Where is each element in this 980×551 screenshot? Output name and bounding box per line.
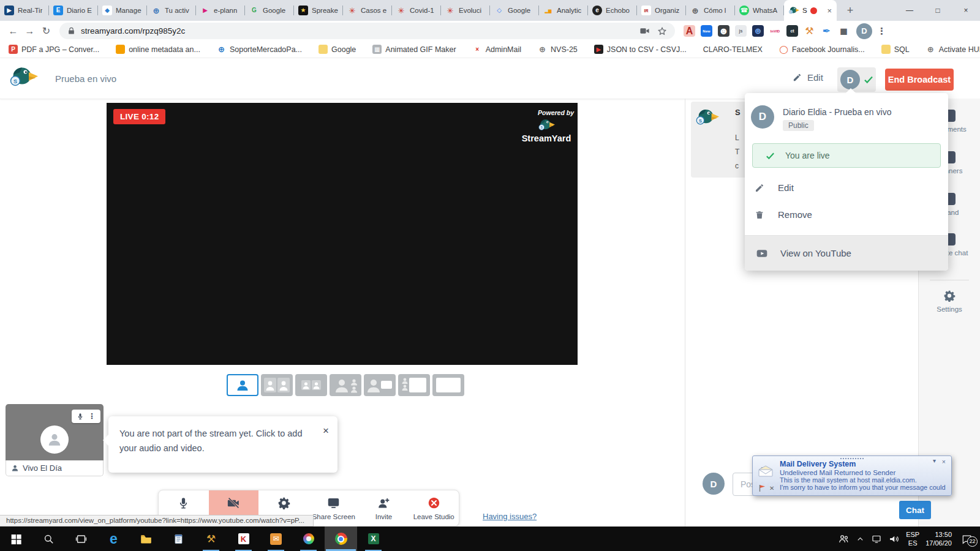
browser-tab[interactable]: ◆Manage xyxy=(98,0,147,21)
close-button[interactable]: × xyxy=(952,0,980,21)
layout-speaker-side-button[interactable] xyxy=(330,374,361,396)
participant-menu-icon[interactable]: ⋮ xyxy=(88,412,96,421)
clock[interactable]: 13:50 17/06/20 xyxy=(925,530,952,548)
bookmark-item[interactable]: SQL xyxy=(881,45,910,54)
leave-studio-button[interactable]: Leave Studio xyxy=(409,490,459,526)
people-icon[interactable] xyxy=(838,533,850,545)
browser-tab[interactable]: ✳Evoluci xyxy=(441,0,490,21)
browser-tab[interactable]: ✳Covid-1 xyxy=(392,0,441,21)
taskbar-k-editor-icon[interactable]: K xyxy=(227,527,260,551)
mail-sender[interactable]: Mail Delivery System xyxy=(780,460,856,468)
taskbar-search-icon[interactable] xyxy=(32,527,65,551)
network-icon[interactable] xyxy=(871,533,882,544)
taskbar-file-explorer-icon[interactable] xyxy=(130,527,162,551)
taskbar-excel-icon[interactable]: X xyxy=(357,527,390,551)
layout-two-small-button[interactable] xyxy=(295,374,327,396)
taskbar-task-view-icon[interactable] xyxy=(65,527,97,551)
volume-icon[interactable] xyxy=(888,533,900,545)
bookmark-star-icon[interactable] xyxy=(657,26,667,36)
browser-tab[interactable]: ▶Real-Tir xyxy=(0,0,49,21)
invite-button[interactable]: Invite xyxy=(359,490,409,526)
browser-tab[interactable]: GGoogle xyxy=(245,0,294,21)
taskbar-notepad-icon[interactable] xyxy=(162,527,195,551)
maximize-button[interactable]: □ xyxy=(924,0,952,21)
bookmark-item[interactable]: ×AdminMail xyxy=(473,45,521,54)
reload-button[interactable]: ↻ xyxy=(38,25,55,37)
browser-tab[interactable]: ★Spreake xyxy=(294,0,343,21)
bookmark-item[interactable]: ▦Animated GIF Maker xyxy=(372,45,456,54)
delete-icon[interactable]: ✕ xyxy=(769,485,774,492)
browser-tab[interactable]: ✳Casos e xyxy=(343,0,392,21)
options-chevron-icon[interactable]: ▾ xyxy=(933,457,936,464)
profile-avatar[interactable]: D xyxy=(856,23,872,39)
bookmark-item[interactable]: ⊕NVS-25 xyxy=(538,45,578,54)
end-broadcast-button[interactable]: End Broadcast xyxy=(885,69,954,91)
browser-tab[interactable]: eEchobo xyxy=(588,0,637,21)
adobe-pdf-extension-icon[interactable]: A xyxy=(684,25,695,37)
forward-button[interactable]: → xyxy=(21,26,38,37)
tab-close-icon[interactable]: × xyxy=(827,6,832,15)
participant-video-thumbnail[interactable]: ⋮ xyxy=(6,404,104,460)
crosshair-extension-icon[interactable]: ⊕ xyxy=(752,25,764,37)
minimize-button[interactable]: — xyxy=(895,0,924,21)
tray-expand-chevron-icon[interactable] xyxy=(856,534,865,544)
browser-tab[interactable]: ◇Google xyxy=(490,0,539,21)
tooltip-close-icon[interactable]: × xyxy=(323,422,329,440)
back-button[interactable]: ← xyxy=(5,26,21,37)
browser-tab[interactable]: ▶e-plann xyxy=(196,0,245,21)
ct-extension-icon[interactable]: ct xyxy=(786,25,798,37)
bookmark-item[interactable]: Google xyxy=(318,45,356,54)
feather-extension-icon[interactable]: ✒ xyxy=(821,25,832,37)
browser-tab[interactable]: ⊕Tu activ xyxy=(147,0,196,21)
bookmark-item[interactable]: CLARO-TELMEX xyxy=(703,45,763,54)
browser-menu-icon[interactable]: ⋮ xyxy=(877,26,886,37)
taskbar-start-icon[interactable] xyxy=(0,527,32,551)
bookmark-item[interactable]: online metadata an... xyxy=(116,45,200,54)
taskbar-outlook-icon[interactable]: ✉ xyxy=(260,527,292,551)
share-screen-button[interactable]: Share Screen xyxy=(309,490,359,526)
taskbar-edge-icon[interactable]: e xyxy=(97,527,130,551)
new-tab-button[interactable]: + xyxy=(842,2,859,19)
chat-send-button[interactable]: Chat xyxy=(899,501,931,519)
dropdown-remove-item[interactable]: Remove xyxy=(755,209,812,220)
bookmark-item[interactable]: ◯Facebook Journalis... xyxy=(779,45,865,54)
edit-broadcast-button[interactable]: Edit xyxy=(793,72,823,83)
language-indicator[interactable]: ESP ES xyxy=(906,530,919,548)
puzzle-extension-icon[interactable]: ◼ xyxy=(838,25,850,37)
layout-speaker-pip-button[interactable] xyxy=(364,374,396,396)
having-issues-link[interactable]: Having issues? xyxy=(483,512,537,521)
browser-tab[interactable]: EDiario E xyxy=(49,0,98,21)
layout-two-up-button[interactable] xyxy=(261,374,293,396)
dropdown-edit-item[interactable]: Edit xyxy=(755,182,794,193)
browser-tab[interactable]: ⊕Cómo l xyxy=(686,0,735,21)
js-tool-extension-icon[interactable]: js xyxy=(735,25,747,37)
new-badge-extension-icon[interactable]: New xyxy=(701,25,712,37)
bookmark-item[interactable]: ▶JSON to CSV - CSVJ... xyxy=(594,45,687,54)
destination-status-button[interactable]: D xyxy=(837,67,876,92)
omnibox[interactable]: streamyard.com/rpzq985y2c xyxy=(59,23,675,39)
browser-tab[interactable]: ▂▆Analytic xyxy=(539,0,588,21)
layout-full-button[interactable] xyxy=(432,374,464,396)
taskbar-chrome-icon[interactable] xyxy=(325,527,357,551)
drag-handle[interactable] xyxy=(840,458,864,459)
browser-tab[interactable]: IROrganiz xyxy=(637,0,686,21)
taskbar-paint-icon[interactable] xyxy=(292,527,325,551)
layout-solo-button[interactable] xyxy=(227,374,258,396)
layout-strip-left-button[interactable] xyxy=(398,374,430,396)
bookmark-item[interactable]: ⊕SoporteMercadoPa... xyxy=(217,45,302,54)
mail-notification-popup[interactable]: Mail Delivery System Undelivered Mail Re… xyxy=(752,455,952,496)
incognito-extension-icon[interactable]: ☻ xyxy=(718,25,729,37)
hammer-extension-icon[interactable]: ⚒ xyxy=(804,25,815,37)
browser-tab[interactable]: ☎WhatsA xyxy=(735,0,784,21)
bookmark-item[interactable]: ⊕Activate HUD xyxy=(926,45,980,54)
taskbar-tools-icon[interactable]: ⚒ xyxy=(195,527,227,551)
invid-extension-icon[interactable]: InVID xyxy=(769,25,781,37)
popup-close-icon[interactable]: × xyxy=(942,458,946,465)
dropdown-view-on-youtube-item[interactable]: View on YouTube xyxy=(745,236,948,271)
browser-tab-active[interactable]: S S × xyxy=(784,0,837,21)
tab-media-camera-icon[interactable] xyxy=(639,26,650,36)
bookmark-item[interactable]: PPDF a JPG – Conver... xyxy=(9,45,99,54)
sidebar-item-settings[interactable]: Settings xyxy=(919,290,980,313)
flag-icon[interactable] xyxy=(759,484,766,492)
action-center-icon[interactable]: 22 xyxy=(961,534,973,544)
